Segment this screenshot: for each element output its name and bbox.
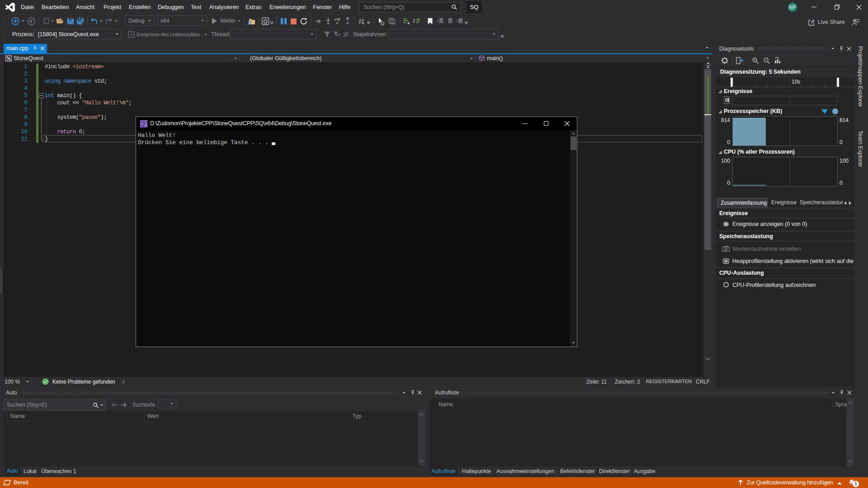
svg-text:2: 2 [413,19,415,23]
svg-text:c:\: c:\ [141,122,147,126]
